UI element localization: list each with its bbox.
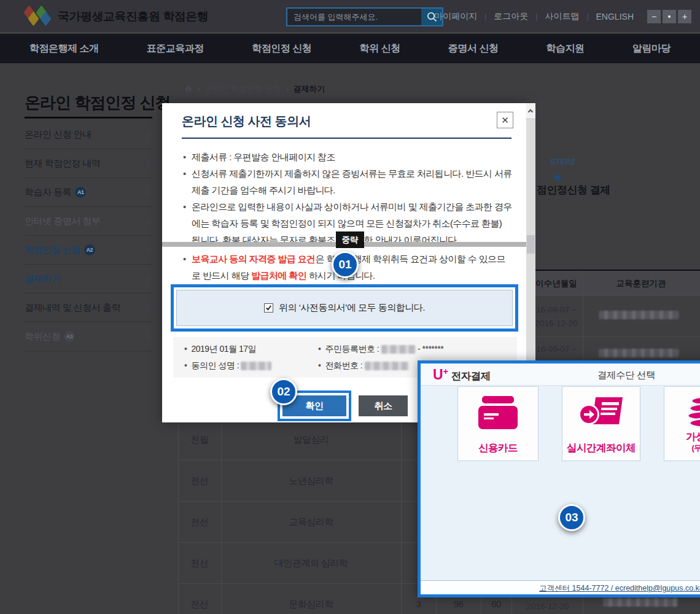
breadcrumb-current: 결제하기 (294, 84, 325, 95)
utility-sitemap[interactable]: 사이트맵 (545, 11, 579, 22)
cancel-button[interactable]: 취소 (359, 395, 408, 416)
search-input[interactable] (287, 9, 421, 25)
agreement-label: 위의 ‘사전동의서’에 모두 동의합니다. (279, 302, 425, 314)
blurred-name (241, 362, 271, 370)
course-type: 전선 (178, 460, 221, 501)
course-name: 노년심리학 (221, 460, 401, 501)
consent-bullet: 신청서류 제출기한까지 제출하지 않은 증빙서류는 무효로 처리됩니다. 반드시… (183, 165, 513, 198)
chevron-right-icon (145, 333, 151, 340)
consent-bullet: 제출서류 : 우편발송 안내페이지 참조 (183, 149, 513, 165)
col-header-period: 이수년월일 (528, 278, 585, 289)
font-larger-button[interactable]: + (678, 10, 691, 23)
scrollbar-up-icon[interactable] (526, 103, 535, 119)
sidebar-item-credit-apply[interactable]: 학점인정 신청A2 (25, 236, 152, 265)
site-header: 국가평생교육진흥원 학점은행 마이페이지| 로그아웃| 사이트맵| ENGLIS… (0, 0, 700, 33)
nav-item-degree-apply[interactable]: 학위 신청 (359, 42, 400, 55)
consent-date: 2019년 01월 17일 (184, 344, 256, 355)
course-name: 대인관계의 심리학 (221, 542, 401, 583)
breadcrumb-section[interactable]: 온라인 학점인정 신청 (205, 84, 281, 95)
step-title: 점인정신청 결제 (537, 183, 610, 197)
agreement-highlight: 위의 ‘사전동의서’에 모두 동의합니다. (171, 284, 518, 332)
course-type: 전선 (178, 542, 221, 583)
blurred-institution (599, 311, 679, 319)
chevron-right-icon (145, 131, 151, 138)
utility-english[interactable]: ENGLISH (596, 12, 634, 21)
sidebar-item-cert-attach[interactable]: 인터넷 증명서 첨부 (25, 207, 152, 236)
chevron-right-icon (145, 276, 151, 282)
payment-popup: U+전자결제 결제수단 선택 신용카드 실시간계좌이체 가상계좌(무통장) 고객… (418, 360, 700, 597)
step-dot (554, 174, 561, 181)
table-row: 16-09-07 ~ (528, 343, 585, 356)
sidebar-item-payment-history[interactable]: 결제내역 및 신청서 출력 (25, 293, 152, 322)
blurred-phone (365, 362, 409, 370)
nav-item-support[interactable]: 학습지원 (546, 42, 585, 55)
nav-item-credit-apply[interactable]: 학점인정 신청 (252, 42, 311, 55)
omitted-label: 중략 (336, 231, 364, 248)
font-size-controls: − • + (647, 10, 691, 23)
nav-item-notice[interactable]: 알림마당 (632, 42, 671, 55)
site-logo[interactable]: 국가평생교육진흥원 학점은행 (22, 6, 208, 27)
course-name: 교육심리학 (221, 501, 401, 542)
payment-popup-title: 결제수단 선택 (577, 369, 675, 382)
course-type: 전선 (178, 501, 221, 542)
payment-popup-header: U+전자결제 결제수단 선택 (421, 363, 700, 386)
payment-method-virtual-account[interactable]: 가상계좌(무통장) (664, 386, 700, 461)
sidebar-item-payment[interactable]: 결제하기 (25, 265, 152, 293)
consent-phone: 전화번호 : (318, 360, 409, 371)
utility-nav: 마이페이지| 로그아웃| 사이트맵| ENGLISH (434, 11, 634, 22)
blurred-rrn (381, 345, 416, 354)
breadcrumb: › 온라인 학점인정 신청 › 결제하기 (184, 84, 325, 95)
annotation-badge-03: 03 (558, 504, 585, 531)
col-header-institution: 교육훈련기관 (583, 278, 699, 289)
sidebar-item-learner-register[interactable]: 학습자 등록A1 (25, 178, 152, 207)
sidebar-title: 온라인 학점인정 신청 (25, 92, 170, 114)
logo-icon (22, 6, 52, 27)
step-badge-a2: A2 (84, 244, 95, 255)
agree-checkbox[interactable] (264, 303, 273, 313)
course-type: 전필 (178, 419, 221, 460)
payment-method-bank-transfer[interactable]: 실시간계좌이체 (562, 386, 640, 461)
check-icon (265, 305, 272, 311)
coins-icon (688, 396, 700, 429)
annotation-badge-01: 01 (332, 251, 359, 278)
uplus-logo: U+전자결제 (433, 367, 491, 383)
consent-name: 동의인 성명 : (184, 360, 271, 371)
nav-item-intro[interactable]: 학점은행제 소개 (29, 42, 98, 55)
table-row: 16-09-07 ~2016-12-20 (528, 303, 585, 330)
payment-method-credit-card[interactable]: 신용카드 (457, 386, 539, 461)
home-icon[interactable] (184, 85, 193, 93)
font-reset-button[interactable]: • (663, 10, 676, 23)
chevron-right-icon (145, 247, 151, 253)
scrollbar-thumb[interactable] (527, 235, 535, 254)
close-icon[interactable]: ✕ (497, 112, 513, 128)
course-date: 2016-12-20 (516, 600, 580, 613)
step-badge-a3: A3 (64, 331, 75, 342)
sidebar-rule (25, 117, 152, 119)
utility-logout[interactable]: 로그아웃 (494, 11, 528, 22)
logo-text: 국가평생교육진흥원 학점은행 (58, 9, 208, 25)
sidebar-item-current-credits[interactable]: 현재 학점인정 내역 (25, 149, 152, 178)
nav-item-curriculum[interactable]: 표준교육과정 (147, 42, 204, 55)
consent-rrn: 주민등록번호 : - ******* (318, 344, 443, 355)
course-name: 발달심리 (221, 419, 401, 460)
payment-popup-footer: 고객센터 1544-7772 / ecredithelp@lgupus.co.k… (421, 580, 700, 594)
consent-modal-title: 온라인 신청 사전 동의서 (182, 113, 311, 130)
step-label: STEP2 (543, 157, 582, 166)
blurred-institution (603, 598, 678, 607)
utility-mypage[interactable]: 마이페이지 (434, 11, 477, 22)
page: 국가평생교육진흥원 학점은행 마이페이지| 로그아웃| 사이트맵| ENGLIS… (0, 0, 700, 614)
sidebar-item-online-guide[interactable]: 온라인 신청 안내 (25, 120, 152, 149)
nav-item-certificate[interactable]: 증명서 신청 (448, 42, 498, 55)
chevron-right-icon (145, 189, 151, 195)
credit-card-icon (478, 396, 518, 429)
course-name: 문화심리학 (221, 583, 401, 614)
chevron-right-icon (145, 218, 151, 224)
consent-modal-rule (182, 138, 511, 139)
agreement-box: 위의 ‘사전동의서’에 모두 동의합니다. (176, 290, 513, 326)
font-smaller-button[interactable]: − (647, 10, 661, 23)
search-box (286, 7, 443, 26)
main-nav: 학점은행제 소개 표준교육과정 학점인정 신청 학위 신청 증명서 신청 학습지… (0, 34, 700, 63)
blurred-institution (599, 349, 679, 357)
bank-transfer-icon (578, 396, 624, 429)
sidebar-item-degree-apply[interactable]: 학위신청A3 (25, 322, 152, 351)
